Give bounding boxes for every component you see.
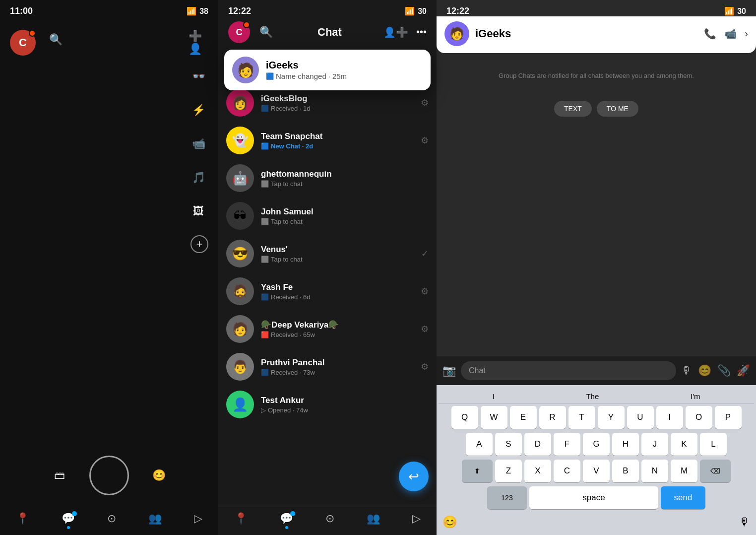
chat-options[interactable]: ⚙ [421,361,429,372]
key-g[interactable]: G [583,433,610,456]
chat-options[interactable]: ⚙ [421,286,429,297]
add-friend-button[interactable]: ➕👤 [189,33,208,53]
key-m[interactable]: M [671,460,697,482]
key-i[interactable]: I [656,406,683,429]
mic-icon[interactable]: 🎙 [681,364,692,377]
key-e[interactable]: E [510,406,537,429]
key-o[interactable]: O [686,406,712,429]
attachment-icon[interactable]: 📎 [717,364,731,377]
list-item[interactable]: 👨 Pruthvi Panchal 🟦 Received · 73w ⚙ [218,348,437,386]
chat-options[interactable]: ⚙ [421,97,429,108]
more-options-button[interactable]: ••• [416,26,427,38]
popup-avatar: 🧑 [232,57,259,83]
key-z[interactable]: Z [495,460,522,482]
add-friend-button-2[interactable]: 👤➕ [383,26,408,38]
nav-chat-2[interactable]: 💬 [280,512,293,525]
key-x[interactable]: X [524,460,551,482]
key-y[interactable]: Y [598,406,625,429]
search-button[interactable]: 🔍 [46,30,65,50]
key-q[interactable]: Q [451,406,478,429]
chat-icon-2: 💬 [280,512,293,525]
chat-options[interactable]: ✓ [421,248,429,259]
send-icon[interactable]: 🚀 [737,364,750,377]
text-pill[interactable]: TEXT [554,101,592,117]
key-numbers[interactable]: 123 [487,486,527,509]
user-avatar[interactable]: C [10,30,36,56]
key-shift[interactable]: ⬆ [462,460,493,482]
igeeks-popup-card[interactable]: 🧑 iGeeks 🟦 Name changed · 25m [224,50,431,90]
nav-chat-1[interactable]: 💬 [62,512,75,525]
chat-options[interactable]: ⚙ [421,324,429,334]
camera-input-button[interactable]: 📷 [442,364,456,377]
key-delete[interactable]: ⌫ [700,460,731,482]
key-d[interactable]: D [524,433,551,456]
chat-sub: 🟦 Received · 6d [261,293,414,301]
camera-roll-icon[interactable]: 🖼 [189,201,208,221]
nav-map[interactable]: 📍 [16,512,29,525]
key-v[interactable]: V [583,460,610,482]
key-suggestions: I The I'm [439,389,754,404]
suggestion-the[interactable]: The [586,392,599,401]
memories-icon[interactable]: 🗃 [50,466,69,485]
list-item[interactable]: 🧑 🪖Deep Vekariya🪖 🟥 Received · 65w ⚙ [218,310,437,348]
key-w[interactable]: W [481,406,507,429]
notification-dot-2 [243,21,250,28]
camera-controls: 🗃 😊 [0,456,218,495]
key-u[interactable]: U [627,406,654,429]
music-icon[interactable]: 🎵 [189,168,208,188]
key-r[interactable]: R [539,406,566,429]
key-k[interactable]: K [671,433,697,456]
call-button[interactable]: 📞 [704,28,716,40]
chat-input-field[interactable]: Chat [461,361,676,380]
nav-stories-1[interactable]: ▷ [194,512,202,525]
nav-camera-2[interactable]: ⊙ [325,512,334,525]
nav-map-2[interactable]: 📍 [234,512,248,525]
keyboard-mic-button[interactable]: 🎙 [739,516,750,529]
nav-camera-1[interactable]: ⊙ [107,512,116,525]
key-f[interactable]: F [554,433,580,456]
to-me-pill[interactable]: TO ME [597,101,638,117]
list-item[interactable]: 👻 Team Snapchat 🟦 New Chat · 2d ⚙ [218,122,437,159]
key-h[interactable]: H [612,433,639,456]
list-item[interactable]: 🧔 Yash Fe 🟦 Received · 6d ⚙ [218,272,437,310]
suggestion-i[interactable]: I [492,392,494,401]
key-a[interactable]: A [466,433,493,456]
chat-name: Venus' [261,245,414,255]
chat-header-left: C 🔍 [228,21,276,43]
bitmoji-icon[interactable]: 😊 [149,466,169,485]
key-l[interactable]: L [700,433,727,456]
more-button[interactable]: › [745,28,748,40]
chat-options[interactable]: ⚙ [421,135,429,146]
key-n[interactable]: N [641,460,668,482]
chat-sub-text: Received · 6d [271,293,311,301]
search-button-2[interactable]: 🔍 [256,22,276,42]
list-item[interactable]: 🤖 ghettomannequin ⬜ Tap to chat [218,159,437,197]
lightning-icon[interactable]: ⚡ [189,100,208,120]
key-t[interactable]: T [568,406,595,429]
new-chat-fab[interactable]: ↩ [399,462,429,491]
keyboard-emoji-button[interactable]: 😊 [442,515,457,529]
list-item[interactable]: 👤 Test Ankur ▷ Opened · 74w [218,386,437,423]
key-j[interactable]: J [641,433,668,456]
shutter-button[interactable] [89,456,129,495]
key-space[interactable]: space [529,486,658,509]
key-send[interactable]: send [661,486,705,509]
key-s[interactable]: S [495,433,522,456]
list-item[interactable]: 😎 Venus' ⬜ Tap to chat ✓ [218,235,437,272]
add-icon[interactable]: + [190,235,208,253]
nav-stories-2[interactable]: ▷ [412,512,421,525]
nav-friends-2[interactable]: 👥 [367,512,380,525]
emoji-icon[interactable]: 😊 [698,364,711,377]
nav-friends-1[interactable]: 👥 [148,512,162,525]
chat-info: ghettomannequin ⬜ Tap to chat [261,169,422,188]
key-b[interactable]: B [612,460,639,482]
list-item[interactable]: 🕶 John Samuel ⬜ Tap to chat [218,197,437,235]
suggestion-im[interactable]: I'm [691,392,700,401]
key-c[interactable]: C [554,460,580,482]
popup-separator: · [328,72,330,80]
video-icon[interactable]: 📹 [189,134,208,154]
spectacles-icon[interactable]: 👓 [189,67,208,86]
key-p[interactable]: P [715,406,742,429]
video-call-button[interactable]: 📹 [724,28,737,40]
user-avatar-2[interactable]: C [228,21,250,43]
